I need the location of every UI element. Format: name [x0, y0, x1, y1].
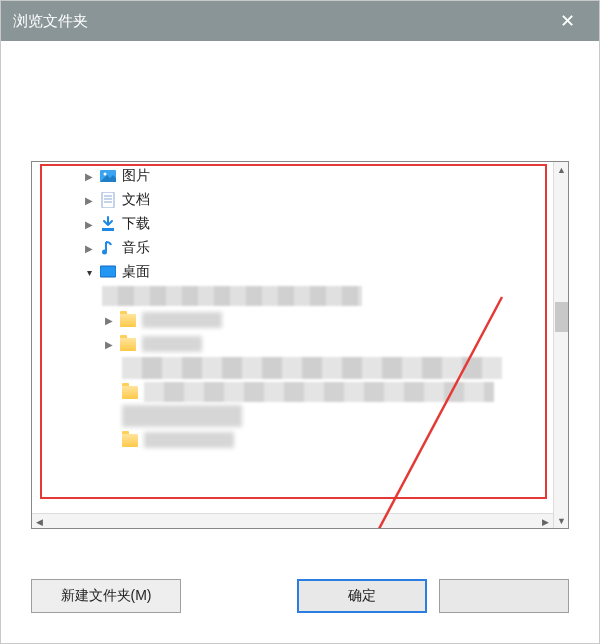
- tree-node-desktop[interactable]: ▾ 桌面: [32, 260, 553, 284]
- folder-tree-pane: ▶ 图片 ▶ 文档: [31, 161, 569, 529]
- cancel-button[interactable]: [439, 579, 569, 613]
- spacer: [31, 71, 569, 161]
- svg-point-1: [104, 173, 107, 176]
- chevron-right-icon[interactable]: ▶: [82, 169, 96, 183]
- titlebar: 浏览文件夹 ✕: [1, 1, 599, 41]
- folder-icon: [120, 312, 136, 328]
- tree-node-subfolder[interactable]: ▶: [32, 308, 553, 332]
- scroll-up-icon[interactable]: ▲: [554, 162, 569, 177]
- chevron-right-icon[interactable]: ▶: [82, 241, 96, 255]
- folder-icon: [122, 432, 138, 448]
- document-icon: [100, 192, 116, 208]
- chevron-right-icon[interactable]: ▶: [102, 313, 116, 327]
- pictures-icon: [100, 168, 116, 184]
- tree-node-subfolder[interactable]: [32, 380, 553, 404]
- tree-node-label: 图片: [122, 167, 150, 185]
- tree-node-documents[interactable]: ▶ 文档: [32, 188, 553, 212]
- scroll-down-icon[interactable]: ▼: [554, 513, 569, 528]
- tree-node-label: 文档: [122, 191, 150, 209]
- tree-node-music[interactable]: ▶ 音乐: [32, 236, 553, 260]
- dialog-title: 浏览文件夹: [13, 12, 547, 31]
- chevron-right-icon[interactable]: ▶: [82, 217, 96, 231]
- tree-node-label: 下载: [122, 215, 150, 233]
- button-label: 新建文件夹(M): [61, 587, 152, 605]
- dialog-footer: 新建文件夹(M) 确定: [1, 559, 599, 643]
- svg-rect-2: [102, 192, 114, 208]
- ok-button[interactable]: 确定: [297, 579, 427, 613]
- scroll-left-icon[interactable]: ◀: [32, 514, 47, 528]
- folder-icon: [120, 336, 136, 352]
- dialog-body: ▶ 图片 ▶ 文档: [1, 41, 599, 559]
- tree-row-blurred: [32, 404, 553, 428]
- tree-node-label: 桌面: [122, 263, 150, 281]
- tree-node-downloads[interactable]: ▶ 下载: [32, 212, 553, 236]
- desktop-icon: [100, 264, 116, 280]
- browse-folder-dialog: 浏览文件夹 ✕ ▶ 图片 ▶: [0, 0, 600, 644]
- download-icon: [100, 216, 116, 232]
- close-icon[interactable]: ✕: [547, 1, 587, 41]
- chevron-right-icon[interactable]: ▶: [102, 337, 116, 351]
- tree-node-pictures[interactable]: ▶ 图片: [32, 164, 553, 188]
- vertical-scrollbar[interactable]: ▲ ▼: [553, 162, 568, 528]
- button-label: 确定: [348, 587, 376, 605]
- tree-row-blurred: [32, 356, 553, 380]
- svg-point-7: [102, 250, 107, 255]
- chevron-down-icon[interactable]: ▾: [82, 265, 96, 279]
- folder-icon: [122, 384, 138, 400]
- tree-node-subfolder[interactable]: ▶: [32, 332, 553, 356]
- tree-node-label: 音乐: [122, 239, 150, 257]
- music-icon: [100, 240, 116, 256]
- folder-tree[interactable]: ▶ 图片 ▶ 文档: [32, 162, 553, 513]
- scrollbar-thumb[interactable]: [555, 302, 568, 332]
- tree-node-subfolder[interactable]: [32, 428, 553, 452]
- svg-rect-6: [102, 228, 114, 231]
- svg-rect-8: [100, 266, 116, 277]
- chevron-right-icon[interactable]: ▶: [82, 193, 96, 207]
- tree-row-blurred: [32, 284, 553, 308]
- new-folder-button[interactable]: 新建文件夹(M): [31, 579, 181, 613]
- horizontal-scrollbar[interactable]: ◀ ▶: [32, 513, 553, 528]
- scroll-right-icon[interactable]: ▶: [538, 514, 553, 528]
